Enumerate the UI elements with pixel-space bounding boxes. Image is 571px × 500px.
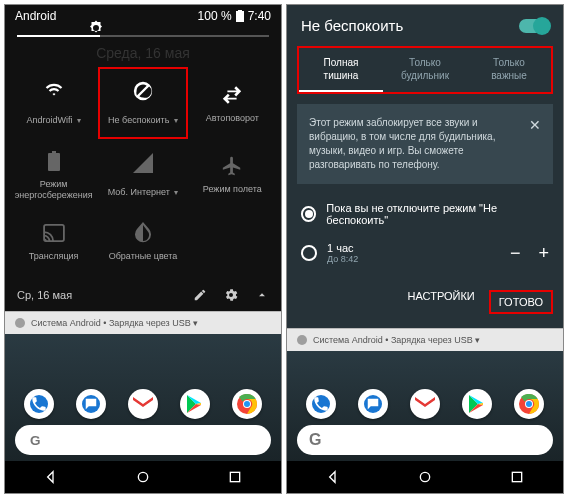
google-g-icon: G	[27, 431, 45, 449]
qs-label: Обратные цвета	[109, 251, 178, 262]
notif-dot-icon	[15, 318, 25, 328]
footer-date: Ср, 16 мая	[17, 289, 72, 301]
nav-back[interactable]	[43, 469, 59, 485]
qs-footer: Ср, 16 мая	[5, 279, 281, 311]
qs-label: Трансляция	[29, 251, 79, 262]
qs-label: Не беспокоить	[108, 115, 169, 125]
qs-tile-rotate[interactable]: Автоповорот	[188, 67, 277, 139]
notif-text: Система Android • Зарядка через USB ▾	[31, 318, 198, 328]
qs-tile-mobile-data[interactable]: Моб. Интернет ▾	[98, 139, 187, 211]
invert-icon	[131, 221, 155, 245]
app-messages[interactable]	[358, 389, 388, 419]
svg-rect-13	[230, 472, 239, 481]
search-bar[interactable]: G	[15, 425, 271, 455]
nav-recent[interactable]	[227, 469, 243, 485]
qs-tile-wifi[interactable]: AndroidWifi ▾	[9, 67, 98, 139]
plus-button[interactable]: +	[538, 243, 549, 264]
notification-row[interactable]: Система Android • Зарядка через USB ▾	[287, 328, 563, 351]
svg-point-19	[526, 401, 532, 407]
battery-saver-icon	[42, 149, 66, 173]
svg-point-12	[138, 472, 147, 481]
app-phone[interactable]	[306, 389, 336, 419]
qs-tile-invert-colors[interactable]: Обратные цвета	[98, 211, 187, 272]
svg-rect-1	[238, 10, 242, 11]
close-icon[interactable]: ✕	[529, 116, 541, 172]
app-chrome[interactable]	[514, 389, 544, 419]
qs-tile-cast[interactable]: Трансляция	[9, 211, 98, 272]
app-gmail[interactable]	[410, 389, 440, 419]
qs-label: Моб. Интернет	[108, 187, 170, 197]
status-title: Android	[15, 9, 56, 23]
qs-tile-battery-saver[interactable]: Режим энергосбережения	[9, 139, 98, 211]
cast-icon	[42, 221, 66, 245]
date-faded: Среда, 16 мая	[5, 41, 281, 67]
radio-sublabel: До 8:42	[327, 254, 358, 264]
app-phone[interactable]	[24, 389, 54, 419]
nav-bar	[5, 461, 281, 493]
edit-icon[interactable]	[193, 288, 207, 302]
radio-label: Пока вы не отключите режим "Не беспокоит…	[326, 202, 549, 226]
status-time: 7:40	[248, 9, 271, 23]
gear-icon[interactable]	[223, 287, 239, 303]
tab-alarms-only[interactable]: Только будильник	[383, 48, 467, 92]
quick-settings-grid: AndroidWifi ▾ Не беспокоить ▾ Автоповоро…	[5, 67, 281, 279]
nav-recent[interactable]	[509, 469, 525, 485]
wifi-icon	[42, 79, 66, 103]
app-play[interactable]	[462, 389, 492, 419]
chevron-up-icon[interactable]	[255, 288, 269, 302]
app-messages[interactable]	[76, 389, 106, 419]
qs-tile-dnd[interactable]: Не беспокоить ▾	[98, 67, 187, 139]
dock	[287, 387, 563, 419]
rotate-icon	[220, 83, 244, 107]
dnd-title: Не беспокоить	[301, 17, 403, 34]
app-gmail[interactable]	[128, 389, 158, 419]
battery-icon	[236, 10, 244, 22]
nav-home[interactable]	[135, 469, 151, 485]
dnd-tabs: Полная тишина Только будильник Только ва…	[297, 46, 553, 94]
google-g-icon: G	[309, 431, 321, 449]
svg-text:G: G	[30, 433, 41, 448]
dnd-actions: НАСТРОЙКИ ГОТОВО	[287, 272, 563, 324]
settings-button[interactable]: НАСТРОЙКИ	[408, 290, 475, 314]
radio-until-off[interactable]: Пока вы не отключите режим "Не беспокоит…	[287, 194, 563, 234]
done-button[interactable]: ГОТОВО	[489, 290, 553, 314]
brightness-icon	[87, 19, 105, 37]
status-bar: Android 100 % 7:40	[5, 5, 281, 27]
search-bar[interactable]: G	[297, 425, 553, 455]
app-play[interactable]	[180, 389, 210, 419]
home-background: G	[5, 334, 281, 461]
right-screen: Не беспокоить Полная тишина Только будил…	[286, 4, 564, 494]
signal-icon	[131, 151, 155, 175]
svg-rect-2	[48, 153, 60, 171]
qs-label: Режим полета	[203, 184, 262, 195]
nav-bar	[287, 461, 563, 493]
chevron-down-icon: ▾	[174, 188, 178, 197]
dnd-header: Не беспокоить	[287, 5, 563, 46]
airplane-icon	[220, 154, 244, 178]
dnd-icon	[131, 79, 155, 103]
qs-label: AndroidWifi	[26, 115, 72, 125]
svg-point-20	[420, 472, 429, 481]
info-text: Этот режим заблокирует все звуки и вибра…	[309, 116, 519, 172]
svg-rect-21	[512, 472, 521, 481]
tab-priority-only[interactable]: Только важные	[467, 48, 551, 92]
radio-one-hour[interactable]: 1 час До 8:42 − +	[287, 234, 563, 272]
notification-row[interactable]: Система Android • Зарядка через USB ▾	[5, 311, 281, 334]
app-chrome[interactable]	[232, 389, 262, 419]
tab-total-silence[interactable]: Полная тишина	[299, 48, 383, 92]
brightness-slider[interactable]	[5, 27, 281, 41]
left-screen: Android 100 % 7:40 Среда, 16 мая Android…	[4, 4, 282, 494]
nav-back[interactable]	[325, 469, 341, 485]
svg-point-10	[244, 401, 250, 407]
minus-button[interactable]: −	[510, 243, 521, 264]
chevron-down-icon: ▾	[77, 116, 81, 125]
radio-label: 1 час	[327, 242, 358, 254]
radio-icon	[301, 206, 316, 222]
nav-home[interactable]	[417, 469, 433, 485]
chevron-down-icon: ▾	[174, 116, 178, 125]
dnd-toggle[interactable]	[519, 19, 549, 33]
battery-pct: 100 %	[198, 9, 232, 23]
notif-dot-icon	[297, 335, 307, 345]
qs-tile-airplane[interactable]: Режим полета	[188, 139, 277, 211]
dock	[5, 387, 281, 419]
